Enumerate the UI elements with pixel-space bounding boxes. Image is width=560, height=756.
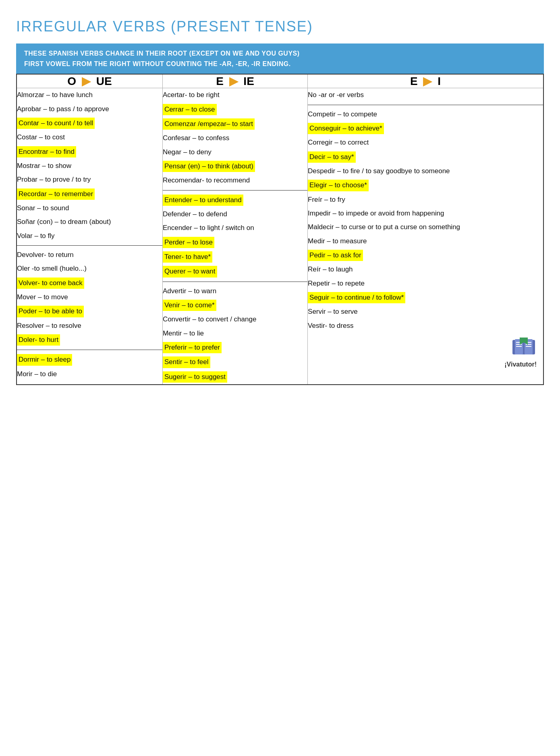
list-item: Reír – to laugh	[308, 263, 543, 276]
highlighted-verb: Elegir – to choose*	[308, 180, 369, 191]
list-item: Encontrar – to find	[17, 145, 162, 159]
highlighted-verb: Conseguir – to achieve*	[308, 123, 384, 134]
list-item: Poder – to be able to	[17, 304, 162, 319]
list-item: Servir – to serve	[308, 305, 543, 319]
verb-text: Corregir – to correct	[308, 137, 369, 148]
list-item: Encender – to light / switch on	[163, 221, 307, 235]
verb-text: Recomendar- to recommend	[163, 174, 250, 186]
highlighted-verb: Decir – to say*	[308, 151, 356, 163]
verb-text: Sonar – to sound	[17, 202, 69, 214]
highlighted-verb: Sentir – to feel	[163, 356, 210, 368]
list-item: Mover – to move	[17, 290, 162, 304]
list-item: Repetir – to repete	[308, 277, 543, 290]
divider	[17, 245, 162, 246]
list-item: Medir – to measure	[308, 234, 543, 248]
list-item: Tener- to have*	[163, 250, 307, 264]
verb-text: Mentir – to lie	[163, 327, 204, 339]
list-item: Elegir – to choose*	[308, 178, 543, 193]
highlighted-verb: Cerrar – to close	[163, 104, 217, 115]
list-item: Pensar (en) – to think (about)	[163, 159, 307, 174]
highlighted-verb: Contar – to count / to tell	[17, 118, 95, 129]
highlighted-verb: Comenzar /empezar– to start	[163, 118, 255, 130]
list-item: Volver- to come back	[17, 276, 162, 290]
vivatutor-logo: ¡Vivatutor!	[308, 333, 543, 374]
list-item: Freír – to fry	[308, 193, 543, 207]
col1-content: Almorzar – to have lunchAprobar – to pas…	[17, 88, 162, 385]
info-line1: THESE SPANISH VERBS CHANGE IN THEIR ROOT…	[24, 48, 536, 59]
list-item: Oler -to smell (huelo...)	[17, 262, 162, 275]
book-icon	[511, 337, 537, 358]
divider	[163, 282, 307, 282]
verb-text: Resolver – to resolve	[17, 320, 81, 331]
verb-text: Almorzar – to have lunch	[17, 89, 93, 101]
arrow3: ▶	[423, 75, 432, 88]
vivatutor-label: ¡Vivatutor!	[308, 361, 537, 368]
list-item: Devolver- to return	[17, 248, 162, 262]
col1-header: O ▶ UE	[17, 74, 162, 88]
list-item: Morir – to die	[17, 367, 162, 381]
highlighted-verb: Entender – to understand	[163, 195, 243, 206]
col2-header: E ▶ IE	[162, 74, 307, 88]
highlighted-verb: Pensar (en) – to think (about)	[163, 161, 255, 172]
list-item: Almorzar – to have lunch	[17, 88, 162, 102]
list-item: Competir – to compete	[308, 108, 543, 121]
list-item: Corregir – to correct	[308, 136, 543, 149]
divider	[163, 190, 307, 191]
list-item: Cerrar – to close	[163, 102, 307, 117]
verb-text: No -ar or -er verbs	[308, 89, 364, 101]
list-item: Defender – to defend	[163, 207, 307, 221]
verb-text: Confesar – to confess	[163, 132, 229, 144]
list-item: Probar – to prove / to try	[17, 173, 162, 186]
verb-text: Maldecir – to curse or to put a curse on…	[308, 221, 460, 233]
list-item: Acertar- to be right	[163, 88, 307, 102]
highlighted-verb: Seguir – to continue / to follow*	[308, 292, 405, 303]
list-item: Confesar – to confess	[163, 131, 307, 145]
verb-text: Mostrar – to show	[17, 160, 71, 172]
verb-text: Competir – to compete	[308, 108, 377, 120]
verb-text: Medir – to measure	[308, 235, 367, 247]
verb-text: Costar – to cost	[17, 131, 65, 143]
list-item: Mostrar – to show	[17, 159, 162, 173]
list-item: Entender – to understand	[163, 193, 307, 207]
highlighted-verb: Doler- to hurt	[17, 334, 60, 346]
highlighted-verb: Poder – to be able to	[17, 306, 84, 317]
highlighted-verb: Encontrar – to find	[17, 146, 76, 157]
col3-content: No -ar or -er verbsCompetir – to compete…	[308, 88, 543, 385]
divider	[308, 105, 543, 105]
highlighted-verb: Dormir – to sleep	[17, 354, 72, 365]
list-item: Decir – to say*	[308, 150, 543, 164]
list-item: Maldecir – to curse or to put a curse on…	[308, 220, 543, 234]
verb-text: Encender – to light / switch on	[163, 222, 254, 234]
list-item: Sugerir – to suggest	[163, 370, 307, 384]
list-item: Perder – to lose	[163, 235, 307, 250]
list-item: Comenzar /empezar– to start	[163, 117, 307, 131]
list-item: Despedir – to fire / to say goodbye to s…	[308, 164, 543, 178]
list-item: Recomendar- to recommend	[163, 174, 307, 187]
verb-text: Acertar- to be right	[163, 89, 220, 101]
arrow2: ▶	[229, 75, 238, 88]
page-title: IRREGULAR VERBS (PRESENT TENSE)	[16, 12, 544, 36]
highlighted-verb: Perder – to lose	[163, 237, 214, 248]
list-item: Convertir – to convert / change	[163, 313, 307, 326]
highlighted-verb: Volver- to come back	[17, 278, 84, 289]
verb-text: Repetir – to repete	[308, 278, 365, 289]
verb-text: Defender – to defend	[163, 208, 227, 220]
list-item: Impedir – to impede or avoid from happen…	[308, 207, 543, 220]
verb-text: Morir – to die	[17, 368, 57, 380]
arrow1: ▶	[82, 75, 91, 88]
list-item: Vestir- to dress	[308, 319, 543, 333]
verb-text: Servir – to serve	[308, 306, 358, 317]
list-item: Soñar (con) – to dream (about)	[17, 215, 162, 229]
verb-text: Negar – to deny	[163, 146, 212, 158]
list-item: Doler- to hurt	[17, 333, 162, 347]
verb-text: Despedir – to fire / to say goodbye to s…	[308, 165, 450, 177]
list-item: Sonar – to sound	[17, 201, 162, 215]
main-table: O ▶ UE E ▶ IE E ▶ I Almorzar – to have l…	[16, 74, 544, 385]
verb-text: Devolver- to return	[17, 249, 74, 261]
verb-text: Freír – to fry	[308, 194, 345, 205]
highlighted-verb: Venir – to come*	[163, 300, 216, 311]
highlighted-verb: Querer – to want	[163, 266, 217, 277]
list-item: Pedir – to ask for	[308, 248, 543, 263]
highlighted-verb: Sugerir – to suggest	[163, 371, 227, 383]
verb-text: Convertir – to convert / change	[163, 313, 256, 325]
